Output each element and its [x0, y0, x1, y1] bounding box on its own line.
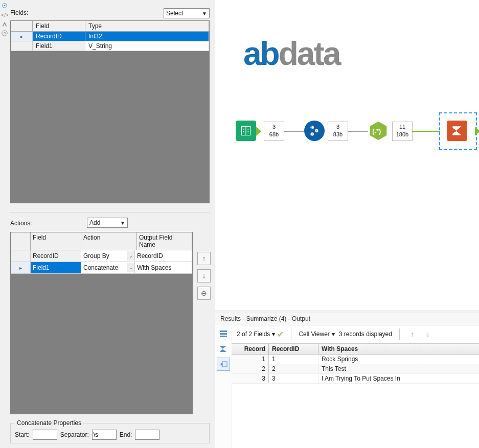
- concat-sep-input[interactable]: [92, 430, 117, 440]
- svg-marker-20: [220, 362, 222, 366]
- right-pane: abdata 3 68b 123 3 83b (.: [215, 0, 479, 448]
- svg-text:3: 3: [311, 132, 313, 136]
- fields-row[interactable]: RecordID Int32: [11, 32, 209, 41]
- results-col-record[interactable]: Record: [232, 344, 269, 354]
- meta-size: 83b: [328, 131, 348, 138]
- field-name: RecordID: [33, 32, 85, 41]
- svg-point-8: [247, 131, 248, 132]
- nav-up-button[interactable]: ↑: [407, 328, 418, 340]
- results-view-output-icon[interactable]: [217, 358, 230, 371]
- concat-start-input[interactable]: [33, 430, 57, 440]
- results-row[interactable]: 2 2 This Test: [232, 364, 479, 374]
- results-view-sigma-icon[interactable]: [217, 342, 230, 356]
- concat-legend: Concatenate Properties: [15, 419, 83, 427]
- results-panel: Results - Summarize (4) - Output 2 of 2 …: [215, 313, 479, 448]
- fields-grid[interactable]: Field Type RecordID Int32 Field1 V_Strin…: [10, 20, 210, 203]
- tool-meta: 3 83b: [328, 122, 348, 141]
- regex-tool[interactable]: (.*): [368, 121, 389, 141]
- chevron-down-icon: ▼: [120, 220, 125, 226]
- meta-count: 3: [328, 123, 348, 131]
- actions-section: Actions: Add ▼ Field Action Output Field…: [10, 212, 210, 414]
- row-withspaces: This Test: [318, 364, 421, 373]
- svg-text:</>: </>: [1, 12, 8, 18]
- svg-point-1: [4, 5, 6, 7]
- results-row[interactable]: 3 3 I Am Trying To Put Spaces In: [232, 374, 479, 384]
- results-toolbar: 2 of 2 Fields ▾ ✔ Cell Viewer ▾ 3 record…: [232, 325, 479, 344]
- field-type: V_String: [85, 41, 209, 51]
- concat-start-label: Start:: [15, 431, 30, 438]
- actions-grid[interactable]: Field Action Output Field Name RecordID …: [10, 232, 193, 414]
- record-id-tool[interactable]: 123: [304, 121, 325, 141]
- action-output: RecordID: [135, 250, 192, 262]
- fields-picker[interactable]: 2 of 2 Fields ▾ ✔: [237, 329, 284, 339]
- connector: [284, 131, 304, 132]
- results-view-strip: [215, 325, 232, 448]
- select-dropdown-label: Select: [166, 10, 183, 17]
- meta-size: 68b: [264, 131, 284, 138]
- summarize-tool[interactable]: [447, 121, 467, 141]
- move-down-button[interactable]: ↓: [197, 269, 211, 282]
- cell-viewer-menu[interactable]: Cell Viewer ▾: [299, 331, 334, 338]
- field-type: Int32: [85, 32, 209, 41]
- action-select[interactable]: Concatenate⌄: [81, 262, 135, 273]
- connector: [412, 131, 440, 132]
- concatenate-properties: Concatenate Properties Start: Separator:…: [10, 419, 210, 445]
- meta-size: 180b: [393, 131, 412, 138]
- chevron-down-icon: ⌄: [127, 263, 134, 272]
- svg-point-6: [243, 131, 244, 132]
- fields-grid-header: Field Type: [11, 21, 209, 32]
- svg-rect-17: [220, 331, 227, 332]
- concat-end-label: End:: [120, 431, 132, 438]
- chevron-down-icon: ▾: [332, 331, 335, 338]
- logo-ab: ab: [243, 35, 279, 72]
- move-up-button[interactable]: ↑: [197, 252, 211, 265]
- results-row[interactable]: 1 1 Rock Springs: [232, 355, 479, 364]
- fields-col-field[interactable]: Field: [33, 21, 85, 31]
- nav-down-button[interactable]: ↓: [422, 328, 434, 340]
- row-recordid: 1: [269, 355, 318, 364]
- svg-rect-21: [222, 362, 227, 367]
- select-dropdown[interactable]: Select ▼: [164, 8, 210, 18]
- separator: [399, 328, 400, 340]
- text-input-tool[interactable]: [236, 121, 256, 141]
- results-grid[interactable]: Record RecordID With Spaces 1 1 Rock Spr…: [232, 343, 479, 448]
- row-recordid: 2: [269, 364, 318, 373]
- concat-end-input[interactable]: [135, 430, 159, 440]
- row-recordid: 3: [269, 374, 318, 383]
- chevron-down-icon: ▾: [272, 331, 275, 338]
- actions-row[interactable]: Field1 Concatenate⌄ With Spaces: [11, 262, 192, 274]
- svg-rect-19: [220, 336, 227, 337]
- actions-col-field[interactable]: Field: [31, 232, 81, 250]
- separator: [291, 328, 291, 340]
- chevron-down-icon: ⌄: [127, 251, 134, 261]
- workflow-canvas[interactable]: abdata 3 68b 123 3 83b (.: [215, 4, 479, 311]
- fields-col-type[interactable]: Type: [85, 21, 209, 31]
- config-icon-strip: </> ?: [0, 0, 9, 448]
- actions-label: Actions:: [10, 220, 32, 227]
- svg-point-5: [243, 129, 244, 130]
- action-select[interactable]: Group By⌄: [81, 250, 135, 262]
- action-output: With Spaces: [135, 262, 192, 273]
- workflow-tools: 3 68b 123 3 83b (.*) 11 180b: [225, 111, 474, 152]
- brand-logo: abdata: [243, 35, 339, 73]
- meta-count: 11: [393, 123, 412, 131]
- results-title: Results - Summarize (4) - Output: [215, 313, 479, 325]
- actions-col-output[interactable]: Output Field Name: [137, 232, 192, 250]
- results-col-withspaces[interactable]: With Spaces: [318, 344, 421, 354]
- fields-row[interactable]: Field1 V_String: [11, 41, 209, 51]
- actions-row[interactable]: RecordID Group By⌄ RecordID: [11, 250, 192, 262]
- svg-point-7: [247, 129, 248, 130]
- results-view-list-icon[interactable]: [217, 327, 230, 340]
- config-pane: </> ? Fields: Select ▼ Field Type Record…: [0, 0, 215, 448]
- svg-text:1: 1: [311, 126, 313, 129]
- logo-data: data: [279, 35, 340, 72]
- results-col-recordid[interactable]: RecordID: [269, 344, 318, 354]
- cell-viewer-label: Cell Viewer: [299, 331, 329, 338]
- row-index: 2: [232, 364, 269, 373]
- row-index: 1: [232, 355, 269, 364]
- remove-button[interactable]: ⊖: [197, 287, 211, 300]
- actions-col-action[interactable]: Action: [81, 232, 137, 250]
- field-name: Field1: [33, 41, 85, 51]
- meta-count: 3: [264, 123, 284, 131]
- add-dropdown[interactable]: Add ▼: [87, 218, 128, 228]
